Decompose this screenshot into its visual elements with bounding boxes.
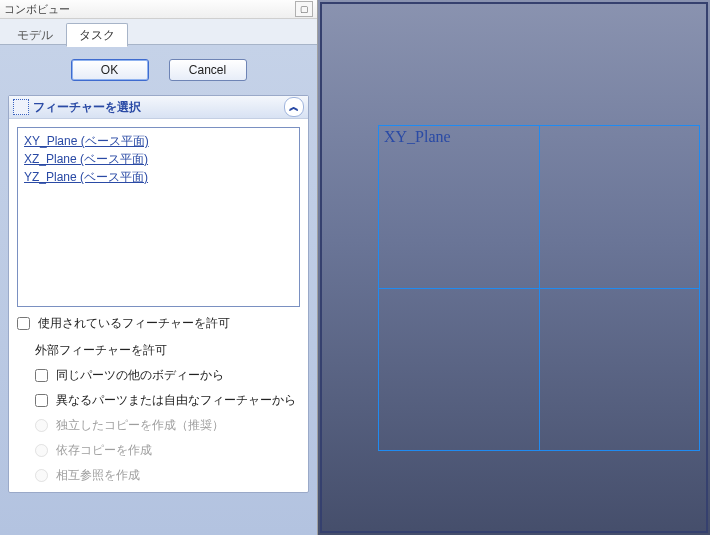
independent-copy-radio (35, 419, 48, 432)
allow-used-features-row[interactable]: 使用されているフィーチャーを許可 (17, 315, 300, 332)
select-feature-title: フィーチャーを選択 (33, 99, 141, 116)
ok-button[interactable]: OK (71, 59, 149, 81)
dialog-button-row: OK Cancel (8, 59, 309, 81)
list-item[interactable]: XY_Plane (ベース平面) (22, 132, 295, 150)
dependent-copy-radio (35, 444, 48, 457)
combo-view-header: コンボビュー ▢ (0, 0, 317, 19)
task-body: OK Cancel フィーチャーを選択 ︽ XY_Plane (ベース平面) X… (0, 45, 317, 535)
cross-reference-row: 相互参照を作成 (35, 467, 300, 484)
select-feature-icon (13, 99, 29, 115)
select-feature-header: フィーチャーを選択 ︽ (9, 96, 308, 119)
same-part-other-body-checkbox[interactable] (35, 369, 48, 382)
same-part-other-body-label: 同じパーツの他のボディーから (56, 367, 224, 384)
dependent-copy-label: 依存コピーを作成 (56, 442, 152, 459)
app-root: コンボビュー ▢ モデル タスク OK Cancel フィーチャーを選択 ︽ (0, 0, 710, 535)
feature-list[interactable]: XY_Plane (ベース平面) XZ_Plane (ベース平面) YZ_Pla… (17, 127, 300, 307)
undock-icon[interactable]: ▢ (295, 1, 313, 17)
collapse-icon[interactable]: ︽ (284, 97, 304, 117)
plane-label: XY_Plane (384, 128, 451, 146)
tab-bar: モデル タスク (0, 19, 317, 45)
different-part-or-free-checkbox[interactable] (35, 394, 48, 407)
viewport-3d[interactable]: XY_Plane (318, 0, 710, 535)
independent-copy-row: 独立したコピーを作成（推奨） (35, 417, 300, 434)
tab-task[interactable]: タスク (66, 23, 128, 47)
dependent-copy-row: 依存コピーを作成 (35, 442, 300, 459)
tab-model[interactable]: モデル (4, 23, 66, 46)
allow-external-header: 外部フィーチャーを許可 (35, 342, 300, 359)
independent-copy-label: 独立したコピーを作成（推奨） (56, 417, 224, 434)
select-feature-body: XY_Plane (ベース平面) XZ_Plane (ベース平面) YZ_Pla… (9, 119, 308, 492)
combo-view-title: コンボビュー (4, 0, 70, 18)
cross-reference-radio (35, 469, 48, 482)
different-part-or-free-row[interactable]: 異なるパーツまたは自由なフィーチャーから (35, 392, 300, 409)
list-item[interactable]: XZ_Plane (ベース平面) (22, 150, 295, 168)
different-part-or-free-label: 異なるパーツまたは自由なフィーチャーから (56, 392, 296, 409)
allow-used-features-checkbox[interactable] (17, 317, 30, 330)
same-part-other-body-row[interactable]: 同じパーツの他のボディーから (35, 367, 300, 384)
combo-view-panel: コンボビュー ▢ モデル タスク OK Cancel フィーチャーを選択 ︽ (0, 0, 318, 535)
select-feature-card: フィーチャーを選択 ︽ XY_Plane (ベース平面) XZ_Plane (ベ… (8, 95, 309, 493)
plane-grid[interactable] (378, 125, 700, 451)
allow-used-features-label: 使用されているフィーチャーを許可 (38, 315, 230, 332)
list-item[interactable]: YZ_Plane (ベース平面) (22, 168, 295, 186)
cross-reference-label: 相互参照を作成 (56, 467, 140, 484)
cancel-button[interactable]: Cancel (169, 59, 247, 81)
